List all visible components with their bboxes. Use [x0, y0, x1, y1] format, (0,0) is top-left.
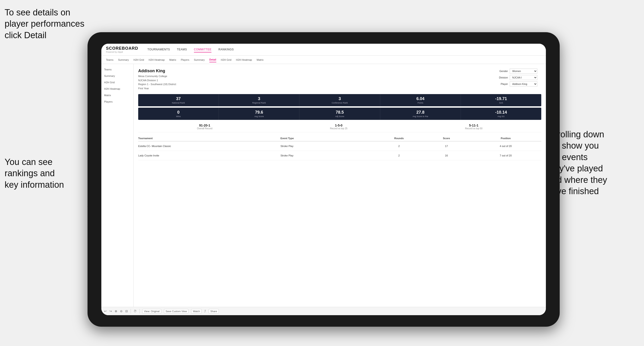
nav-rankings[interactable]: RANKINGS [218, 47, 234, 52]
annotation-top-left-text: To see details on player performances cl… [4, 7, 84, 40]
subnav-teams[interactable]: Teams [106, 57, 113, 62]
watch-button[interactable]: Watch [191, 309, 202, 314]
col-header-position: Position [470, 137, 541, 140]
stat-avg-sg: -10.14 Avg SG [461, 108, 541, 120]
wins-label: Wins [140, 115, 217, 118]
national-rank-label: National Rank [140, 102, 217, 104]
conference-rank-value: 3 [301, 96, 378, 101]
score-2: 16 [423, 154, 470, 157]
save-custom-button[interactable]: Save Custom View [164, 309, 189, 314]
subnav-summary2[interactable]: Summary [194, 57, 205, 62]
col-header-tournament: Tournament [138, 137, 280, 140]
table-header: Tournament Event Type Rounds Score Posit… [138, 136, 541, 142]
subnav-h2h-grid2[interactable]: H2H Grid [221, 57, 232, 62]
gender-label: Gender [495, 70, 508, 72]
subnav-h2h-heatmap2[interactable]: H2H Heatmap [236, 57, 252, 62]
undo-icon[interactable]: ↩ [104, 309, 107, 313]
division-filter-row: Division NJCAA I NJCAA II [495, 75, 541, 80]
player-name: Addison King [138, 69, 176, 73]
avg-score-par-label: Avg Score to Par [382, 115, 459, 118]
player-division: NJCAA Division 1 [138, 78, 176, 83]
annotation-top-left: To see details on player performances cl… [4, 7, 88, 41]
player-region: Region 1 - Southwest (18) District [138, 82, 176, 86]
fit-icon[interactable]: ⊟ [125, 309, 128, 313]
sidebar-h2h-grid[interactable]: H2H Grid [101, 79, 133, 86]
sos-value: -19.71 [462, 96, 540, 101]
overall-record-label: Overall Record [197, 127, 212, 130]
sos-label: SoS [462, 102, 540, 104]
record-top25-label: Record vs top 25 [330, 127, 348, 130]
clock-icon[interactable]: ⏱ [134, 309, 136, 313]
subnav-detail[interactable]: Detail [209, 57, 216, 62]
nav-items: TOURNAMENTS TEAMS COMMITTEE RANKINGS [148, 47, 234, 52]
record-top25-value: 1-5-0 [330, 124, 348, 127]
stats-row-1: 37 National Rank 3 Regional Rank 3 Confe… [138, 94, 541, 106]
col-header-score: Score [423, 137, 470, 140]
player-select[interactable]: Addison King [510, 81, 537, 86]
sidebar-teams[interactable]: Teams [101, 66, 133, 73]
gender-filter-row: Gender Women Men [495, 69, 541, 74]
points-label: Points [382, 102, 459, 104]
national-rank-value: 37 [140, 96, 217, 101]
position-2: 7 out of 20 [470, 154, 541, 157]
share-button[interactable]: Share [209, 309, 218, 314]
avg-score-label: Avg Score [220, 115, 298, 118]
stat-regional-rank: 3 Regional Rank [219, 94, 300, 106]
stat-wins: 0 Wins [138, 108, 219, 120]
player-label: Player [495, 83, 508, 85]
annotation-bottom-left: You can seerankings andkey information [4, 157, 83, 190]
redo-icon[interactable]: ↪ [110, 309, 112, 313]
regional-rank-label: Regional Rank [220, 102, 298, 104]
annotation-right: Scrolling downwill show youthe eventsthe… [547, 129, 640, 197]
avg-sg-value: -10.14 [462, 110, 540, 115]
avg-sg-label: Avg SG [462, 115, 540, 118]
zoom-icon[interactable]: ⊕ [115, 309, 117, 313]
table-row: Estella CC- Mountain Classic Stroke Play… [138, 142, 541, 151]
tournaments-table: Tournament Event Type Rounds Score Posit… [138, 136, 541, 160]
record-top50: 5-11-1 Record vs top 50 [465, 124, 482, 130]
stat-points: 6.04 Points [380, 94, 461, 106]
tournament-name-2: Lady Coyote Invite [138, 154, 280, 157]
toolbar-separator [139, 309, 140, 314]
adj-score-label: Adj Score [301, 115, 378, 118]
col-header-event-type: Event Type [280, 137, 376, 140]
logo-text: SCOREBOARD [106, 46, 138, 51]
nav-teams[interactable]: TEAMS [177, 47, 187, 52]
score-1: 17 [423, 145, 470, 148]
nav-tournaments[interactable]: TOURNAMENTS [148, 47, 170, 52]
subnav-h2h-heatmap[interactable]: H2H Heatmap [148, 57, 165, 62]
player-info: Addison King Mesa Community College NJCA… [138, 69, 176, 90]
gender-select[interactable]: Women Men [510, 69, 537, 74]
points-value: 6.04 [382, 96, 459, 101]
stat-adj-score: 78.5 Adj Score [300, 108, 380, 120]
avg-score-par-value: 27.8 [382, 110, 459, 115]
player-year: First Year [138, 86, 176, 91]
stat-avg-score: 79.6 Avg Score [219, 108, 300, 120]
division-label: Division [495, 76, 508, 79]
share-icon[interactable]: ⤴ [204, 309, 206, 313]
adj-score-value: 78.5 [301, 110, 378, 115]
division-select[interactable]: NJCAA I NJCAA II [510, 75, 537, 80]
subnav-players[interactable]: Players [181, 57, 189, 62]
nav-committee[interactable]: COMMITTEE [194, 47, 212, 52]
view-original-button[interactable]: View: Original [142, 309, 161, 314]
subnav-matrix2[interactable]: Matrix [256, 57, 264, 62]
sidebar-matrix[interactable]: Matrix [101, 92, 133, 98]
zoom-out-icon[interactable]: ⊖ [120, 309, 122, 313]
sidebar-summary[interactable]: Summary [101, 73, 133, 79]
bottom-toolbar: ↩ ↪ ⊕ ⊖ ⊟ ⏱ View: Original Save Custom V… [101, 307, 546, 315]
detail-panel: Addison King Mesa Community College NJCA… [134, 64, 546, 307]
records-row: 91-20-1 Overall Record 1-5-0 Record vs t… [138, 121, 541, 132]
sidebar-players[interactable]: Players [101, 98, 133, 105]
app: SCOREBOARD Powered by clippd TOURNAMENTS… [101, 44, 546, 315]
stat-national-rank: 37 National Rank [138, 94, 219, 106]
sub-nav: Teams Summary H2H Grid H2H Heatmap Matri… [101, 56, 546, 64]
subnav-matrix[interactable]: Matrix [169, 57, 176, 62]
record-top50-label: Record vs top 50 [465, 127, 482, 130]
tablet-frame: SCOREBOARD Powered by clippd TOURNAMENTS… [88, 32, 560, 327]
subnav-h2h-grid[interactable]: H2H Grid [133, 57, 144, 62]
sidebar-h2h-heatmap[interactable]: H2H Heatmap [101, 86, 133, 92]
subnav-summary[interactable]: Summary [118, 57, 129, 62]
stat-sos: -19.71 SoS [461, 94, 541, 106]
event-type-2: Stroke Play [280, 154, 376, 157]
